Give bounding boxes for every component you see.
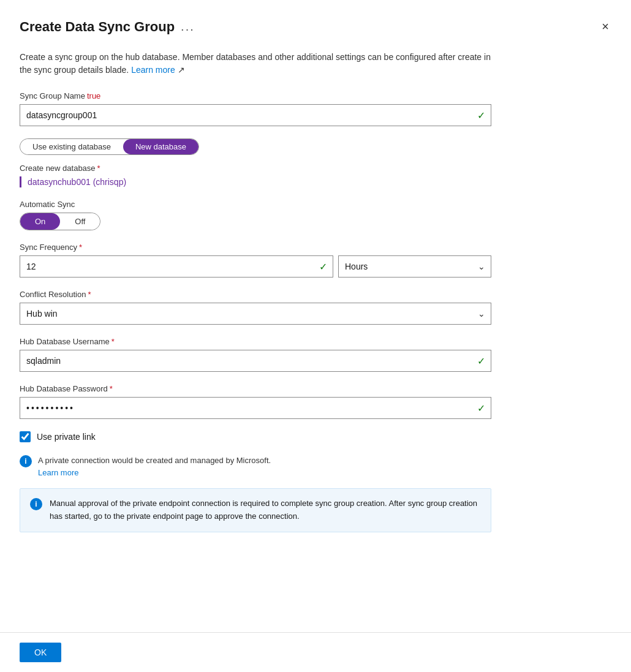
sync-frequency-row: ✓ Hours Days Minutes ⌄: [20, 255, 491, 277]
conflict-resolution-wrapper: Hub win Member win ⌄: [20, 303, 491, 325]
sync-frequency-section: Sync Frequency * ✓ Hours Days Minutes ⌄: [20, 243, 611, 277]
ok-button[interactable]: OK: [20, 643, 61, 662]
info-box-icon: i: [30, 498, 42, 510]
conflict-resolution-label: Conflict Resolution *: [20, 290, 611, 299]
sync-group-name-wrapper: ✓: [20, 104, 491, 126]
conflict-resolution-select[interactable]: Hub win Member win: [20, 303, 491, 325]
hub-db-password-section: Hub Database Password * ✓: [20, 384, 611, 419]
use-existing-database-tab[interactable]: Use existing database: [20, 139, 123, 154]
create-db-link[interactable]: datasynchub001 (chrisqp): [28, 177, 126, 187]
create-db-required-star: *: [97, 164, 100, 173]
private-link-learn-more-link[interactable]: Learn more: [38, 467, 271, 479]
username-check-icon: ✓: [477, 355, 485, 367]
create-new-database-section: Create new database * datasynchub001 (ch…: [20, 164, 611, 187]
sync-off-button[interactable]: Off: [60, 213, 100, 230]
freq-check-icon: ✓: [319, 261, 327, 273]
use-private-link-label[interactable]: Use private link: [37, 432, 96, 442]
hub-db-username-section: Hub Database Username * ✓: [20, 337, 611, 372]
create-data-sync-panel: Create Data Sync Group ... × Create a sy…: [0, 0, 631, 672]
description-learn-more-link[interactable]: Learn more: [131, 65, 175, 75]
automatic-sync-label: Automatic Sync: [20, 200, 611, 209]
page-title: Create Data Sync Group: [20, 19, 175, 35]
use-private-link-checkbox[interactable]: [20, 431, 31, 442]
hub-db-password-input[interactable]: [20, 397, 491, 419]
use-private-link-row: Use private link: [20, 431, 611, 442]
more-options-icon[interactable]: ...: [181, 20, 195, 34]
database-tab-group: Use existing database New database: [20, 138, 199, 155]
sync-frequency-unit-select[interactable]: Hours Days Minutes: [338, 255, 491, 277]
sync-frequency-label: Sync Frequency *: [20, 243, 611, 252]
conflict-resolution-section: Conflict Resolution * Hub win Member win…: [20, 290, 611, 325]
automatic-sync-toggle: On Off: [20, 213, 100, 230]
sync-on-button[interactable]: On: [20, 213, 60, 230]
conflict-required-star: *: [88, 290, 91, 299]
hub-db-password-wrapper: ✓: [20, 397, 491, 419]
hub-db-username-input[interactable]: [20, 350, 491, 372]
required-indicator: true: [87, 91, 100, 100]
private-link-info-text: A private connection would be created an…: [38, 455, 271, 478]
sync-group-name-label: Sync Group Name true: [20, 91, 611, 100]
sync-group-name-input[interactable]: [20, 104, 491, 126]
hub-db-username-label: Hub Database Username *: [20, 337, 611, 346]
private-link-info-row: i A private connection would be created …: [20, 455, 611, 478]
private-link-info-icon: i: [20, 455, 32, 467]
create-db-accent-box: datasynchub001 (chrisqp): [20, 176, 611, 187]
create-new-database-label: Create new database *: [20, 164, 611, 173]
sync-freq-required-star: *: [79, 243, 82, 252]
sync-frequency-unit-wrapper: Hours Days Minutes ⌄: [338, 255, 491, 277]
title-area: Create Data Sync Group ...: [20, 19, 195, 35]
sync-group-name-section: Sync Group Name true ✓: [20, 91, 611, 126]
close-button[interactable]: ×: [599, 17, 611, 36]
sync-frequency-number-wrapper: ✓: [20, 255, 333, 277]
automatic-sync-section: Automatic Sync On Off: [20, 200, 611, 230]
hub-db-username-wrapper: ✓: [20, 350, 491, 372]
password-check-icon: ✓: [477, 402, 485, 414]
private-link-info-box: i Manual approval of the private endpoin…: [20, 488, 491, 532]
description-text: Create a sync group on the hub database.…: [20, 51, 497, 77]
username-required-star: *: [111, 337, 115, 346]
password-required-star: *: [110, 384, 113, 393]
valid-check-icon: ✓: [477, 110, 485, 121]
panel-header: Create Data Sync Group ... ×: [20, 17, 611, 36]
info-box-text: Manual approval of the private endpoint …: [50, 497, 481, 523]
sync-frequency-number-input[interactable]: [20, 255, 333, 277]
new-database-tab[interactable]: New database: [123, 139, 198, 154]
panel-footer: OK: [0, 632, 631, 672]
hub-db-password-label: Hub Database Password *: [20, 384, 611, 393]
